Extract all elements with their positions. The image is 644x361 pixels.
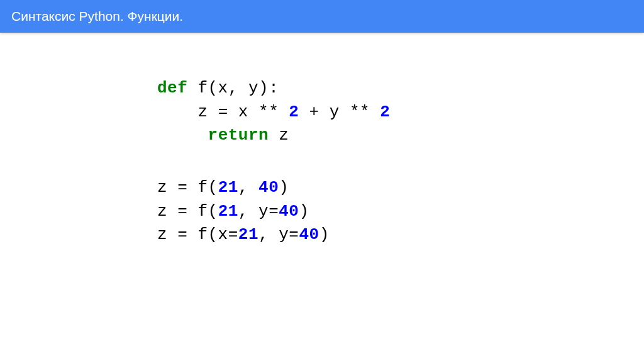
slide-header: Синтаксис Python. Функции. [0,0,644,33]
call-pre: z = f( [157,178,218,197]
code-line-call1: z = f(21, 40) [157,176,644,200]
number-literal: 2 [380,103,390,121]
call-sep: , y= [238,202,279,221]
blank-gap [157,148,644,176]
call-sep: , y= [258,225,299,244]
body-pre: z = x ** [197,103,289,121]
slide-title: Синтаксис Python. Функции. [11,9,183,24]
body-mid: + y ** [299,103,380,121]
func-signature: f(x, y): [187,79,279,97]
indent [157,103,197,121]
number-literal: 21 [218,202,238,221]
call-pre: z = f(x= [157,225,238,244]
code-line-call3: z = f(x=21, y=40) [157,223,644,247]
number-literal: 40 [299,225,319,244]
call-close: ) [299,202,309,221]
call-close: ) [319,225,330,244]
indent [157,126,197,145]
call-sep: , [238,178,258,197]
number-literal: 21 [238,225,258,244]
call-close: ) [279,178,289,197]
number-literal: 40 [279,202,299,221]
code-line-body: z = x ** 2 + y ** 2 [157,101,644,125]
keyword-return: return [208,126,269,145]
code-line-call2: z = f(21, y=40) [157,200,644,224]
code-line-def: def f(x, y): [157,77,644,101]
return-leading [197,126,208,145]
number-literal: 2 [289,103,299,121]
number-literal: 21 [218,178,238,197]
return-var: z [269,126,289,145]
code-line-return: return z [157,124,644,148]
keyword-def: def [157,79,187,97]
code-block: def f(x, y): z = x ** 2 + y ** 2 return … [0,33,644,247]
number-literal: 40 [258,178,279,197]
call-pre: z = f( [157,202,218,221]
